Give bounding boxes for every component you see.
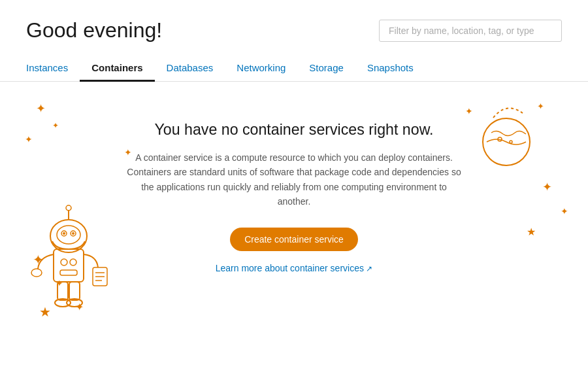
svg-point-15	[70, 259, 76, 265]
page-greeting: Good evening!	[26, 18, 162, 43]
nav-item-snapshots[interactable]: Snapshots	[355, 56, 425, 82]
star-decoration-2: ✦	[25, 134, 33, 145]
create-container-service-button[interactable]: Create container service	[230, 228, 358, 251]
svg-point-9	[63, 232, 65, 235]
empty-title: You have no container services right now…	[124, 121, 464, 139]
planet-illustration: ✦ ✦	[464, 95, 549, 182]
nav-item-containers[interactable]: Containers	[80, 56, 154, 82]
header: Good evening!	[0, 0, 588, 56]
svg-rect-16	[60, 270, 77, 275]
svg-point-5	[50, 220, 87, 252]
nav-bar: Instances Containers Databases Networkin…	[0, 56, 588, 82]
svg-text:✦: ✦	[537, 101, 544, 111]
star-decoration-11: ★	[527, 226, 536, 238]
empty-description: A container service is a compute resourc…	[124, 150, 464, 209]
svg-point-12	[66, 205, 71, 211]
nav-item-databases[interactable]: Databases	[155, 56, 225, 82]
svg-rect-13	[54, 249, 84, 282]
robot-illustration	[20, 197, 124, 330]
svg-point-17	[31, 269, 42, 277]
svg-point-4	[510, 141, 512, 143]
star-decoration-3: ✦	[52, 121, 59, 130]
learn-more-link[interactable]: Learn more about container services	[124, 263, 464, 273]
star-decoration-1: ✦	[36, 101, 46, 116]
filter-input[interactable]	[379, 20, 562, 42]
svg-point-14	[61, 259, 67, 265]
nav-item-instances[interactable]: Instances	[26, 56, 80, 82]
nav-item-storage[interactable]: Storage	[297, 56, 355, 82]
nav-item-networking[interactable]: Networking	[225, 56, 297, 82]
svg-text:✦: ✦	[465, 106, 473, 116]
svg-point-6	[57, 226, 80, 244]
svg-rect-23	[69, 282, 80, 300]
main-content: ✦ ✦ ✦ ✦ ✦ ✦ ✦ ★ ✦ ✦ ★ ✦ ✦	[0, 82, 588, 343]
svg-rect-22	[57, 282, 68, 300]
empty-state: You have no container services right now…	[124, 121, 464, 273]
svg-point-10	[72, 232, 74, 235]
star-decoration-10: ✦	[561, 206, 568, 216]
